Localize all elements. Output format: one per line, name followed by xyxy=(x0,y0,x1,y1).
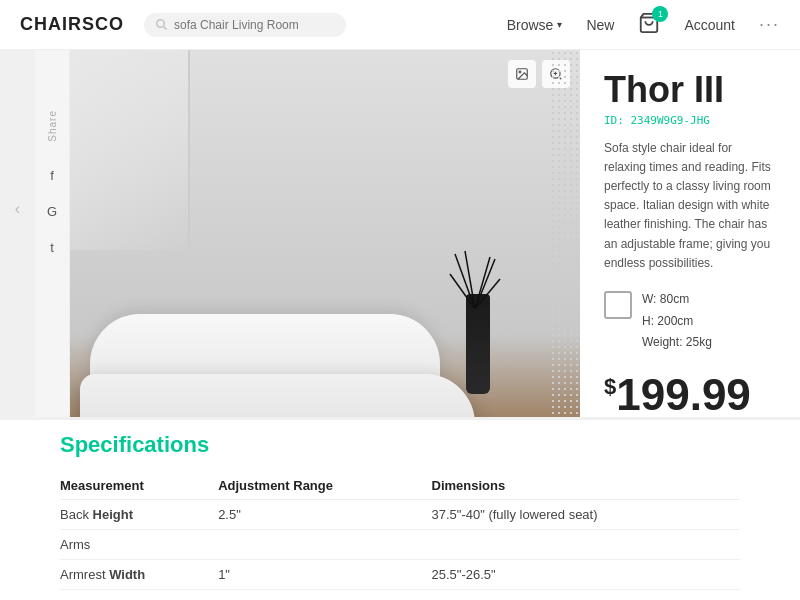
currency-symbol: $ xyxy=(604,374,616,399)
specifications-section: Specifications Measurement Adjustment Ra… xyxy=(0,417,800,600)
dimension-icon xyxy=(604,291,632,319)
width-dim: W: 80cm xyxy=(642,289,712,311)
col-dimensions: Dimensions xyxy=(432,472,741,500)
weight-dim: Weight: 25kg xyxy=(642,332,712,354)
account-nav[interactable]: Account xyxy=(684,17,735,33)
svg-line-1 xyxy=(164,26,167,29)
row3-adjustment: 1" xyxy=(218,560,431,590)
new-nav[interactable]: New xyxy=(586,17,614,33)
table-row: Armrest Width 1" 25.5"-26.5" xyxy=(60,560,740,590)
google-icon[interactable]: G xyxy=(42,202,62,222)
svg-line-8 xyxy=(475,257,490,309)
cart-button[interactable]: 1 xyxy=(638,12,660,38)
facebook-icon[interactable]: f xyxy=(42,166,62,186)
svg-point-0 xyxy=(157,19,165,27)
logo: CHAIRSCO xyxy=(20,14,124,35)
more-options-button[interactable]: ··· xyxy=(759,14,780,35)
product-id: ID: 2349W9G9-JHG xyxy=(604,114,776,127)
svg-line-7 xyxy=(465,251,475,309)
svg-point-10 xyxy=(519,71,521,73)
search-bar[interactable] xyxy=(144,13,346,37)
nav: Browse ▾ New 1 Account ··· xyxy=(507,12,780,38)
col-measurement: Measurement xyxy=(60,472,218,500)
dimensions-box: W: 80cm H: 200cm Weight: 25kg xyxy=(604,289,776,354)
twitter-icon[interactable]: t xyxy=(42,238,62,258)
chevron-down-icon: ▾ xyxy=(557,19,562,30)
cart-badge: 1 xyxy=(652,6,668,22)
price-value: 199.99 xyxy=(616,370,751,419)
svg-line-3 xyxy=(455,254,475,309)
product-title: Thor III xyxy=(604,70,776,110)
header: CHAIRSCO Browse ▾ New 1 Account ··· xyxy=(0,0,800,50)
row2-dimensions xyxy=(432,530,741,560)
svg-line-4 xyxy=(475,259,495,309)
dimension-text: W: 80cm H: 200cm Weight: 25kg xyxy=(642,289,712,354)
col-adjustment: Adjustment Range xyxy=(218,472,431,500)
row2-adjustment xyxy=(218,530,431,560)
row1-measurement: Back Height xyxy=(60,500,218,530)
share-label: Share xyxy=(47,110,58,142)
chevron-left-icon: ‹ xyxy=(15,200,20,218)
browse-nav[interactable]: Browse ▾ xyxy=(507,17,563,33)
gallery-button[interactable] xyxy=(508,60,536,88)
specifications-title: Specifications xyxy=(60,432,740,458)
branches xyxy=(445,249,505,309)
search-icon xyxy=(156,19,168,31)
row2-measurement: Arms xyxy=(60,530,218,560)
table-row: Arms xyxy=(60,530,740,560)
price: $199.99 xyxy=(604,370,751,419)
search-input[interactable] xyxy=(174,18,334,32)
row3-dimensions: 25.5"-26.5" xyxy=(432,560,741,590)
row3-measurement: Armrest Width xyxy=(60,560,218,590)
table-row: Back Height 2.5" 37.5"-40" (fully lowere… xyxy=(60,500,740,530)
specifications-table: Measurement Adjustment Range Dimensions … xyxy=(60,472,740,590)
row1-dimensions: 37.5"-40" (fully lowered seat) xyxy=(432,500,741,530)
wall-decor xyxy=(70,50,190,250)
row1-adjustment: 2.5" xyxy=(218,500,431,530)
price-wrap: $199.99 xyxy=(604,370,776,420)
product-description: Sofa style chair ideal for relaxing time… xyxy=(604,139,776,273)
height-dim: H: 200cm xyxy=(642,311,712,333)
